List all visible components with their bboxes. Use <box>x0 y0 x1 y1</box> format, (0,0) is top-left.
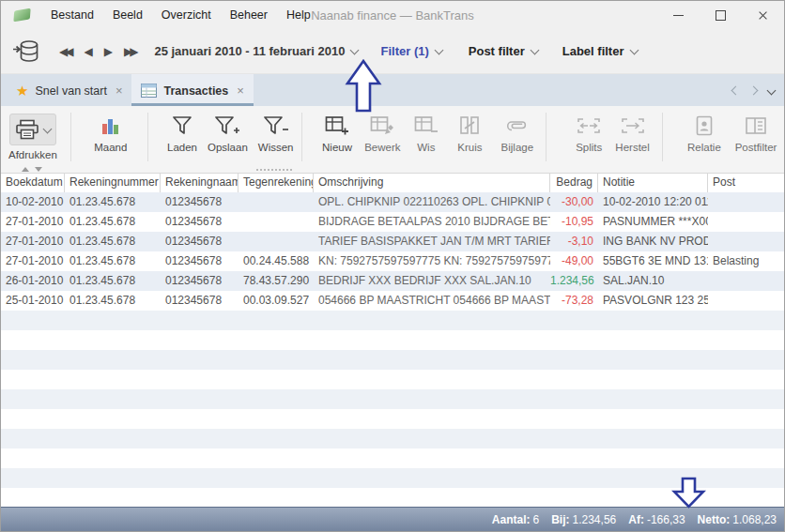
filter-dropdown[interactable]: Filter (1) <box>380 44 441 58</box>
toolbar-item-label: Laden <box>167 142 197 153</box>
table-row[interactable]: 25-01-2010 01.23.45.678 012345678 00.03.… <box>1 291 784 311</box>
toolbar-item-label: Wissen <box>258 142 294 153</box>
cell-omschrijving: KN: 7592757597597775 KN: 759275759759777… <box>314 251 550 271</box>
column-header-bedrag[interactable]: Bedrag <box>550 174 598 192</box>
cell-rekeningnummer: 01.23.45.678 <box>65 212 161 232</box>
filter-funnel-icon <box>171 114 193 138</box>
menu-beheer[interactable]: Beheer <box>221 1 277 29</box>
wissen-button[interactable]: Wissen <box>254 106 299 153</box>
cell-post <box>708 192 784 212</box>
laden-button[interactable]: Laden <box>162 106 203 153</box>
toolbar-item-label: Bijlage <box>501 142 534 153</box>
toolbar-item-label: Relatie <box>687 142 721 153</box>
menu-bar: Bestand Beeld Overzicht Beheer Help <box>41 1 320 29</box>
bijlage-button[interactable]: Bijlage <box>494 106 541 153</box>
chevron-down-icon <box>42 124 52 133</box>
go-next-button[interactable]: ▶ <box>104 46 113 57</box>
tab-transacties[interactable]: Transacties × <box>131 74 253 107</box>
tab-list-dropdown-icon[interactable] <box>767 86 777 96</box>
cell-boekdatum: 27-01-2010 <box>1 251 65 271</box>
column-header-boekdatum[interactable]: Boekdatum <box>1 174 65 192</box>
label-filter-dropdown[interactable]: Label filter <box>562 44 638 58</box>
cell-notitie: ING BANK NV PROD... <box>598 232 708 251</box>
toolbar-item-label: Postfilter <box>735 142 777 153</box>
menu-beeld[interactable]: Beeld <box>103 1 152 29</box>
table-row[interactable]: 26-01-2010 01.23.45.678 012345678 78.43.… <box>1 271 784 291</box>
tab-close-icon[interactable]: × <box>115 84 123 98</box>
column-header-notitie[interactable]: Notitie <box>598 174 708 192</box>
status-netto: Netto:1.068,23 <box>698 513 777 526</box>
cell-notitie: 55BGT6 3E MND 1311... <box>598 251 708 271</box>
status-bij: Bij:1.234,56 <box>551 513 616 526</box>
tab-bar: ★ Snel van start × Transacties × <box>1 73 784 107</box>
column-header-rekeningnaam[interactable]: Rekeningnaam <box>161 174 239 192</box>
cell-tegenrekening: 00.03.09.527 <box>239 291 314 311</box>
tab-close-icon[interactable]: × <box>237 84 244 98</box>
post-filter-dropdown[interactable]: Post filter <box>469 44 538 58</box>
cell-notitie: PASNUMMER ***X000... <box>598 212 708 232</box>
date-range-selector[interactable]: 25 januari 2010 - 11 februari 2010 <box>154 44 358 58</box>
table-icon <box>141 84 157 98</box>
table-minus-icon <box>414 114 439 138</box>
column-header-tegenrekening[interactable]: Tegenrekening <box>239 174 314 192</box>
cell-rekeningnaam: 012345678 <box>161 212 239 232</box>
column-header-rekeningnummer[interactable]: Rekeningnummer <box>65 174 161 192</box>
filter-label: Filter (1) <box>380 44 428 58</box>
cell-omschrijving: TARIEF BASISPAKKET JAN T/M MRT TARIEF... <box>314 232 550 251</box>
cell-boekdatum: 26-01-2010 <box>1 271 65 291</box>
opslaan-button[interactable]: Opslaan <box>204 106 251 153</box>
splits-button[interactable]: Splits <box>569 106 609 153</box>
go-first-button[interactable]: ◀◀ <box>59 46 70 57</box>
app-logo-icon <box>13 8 30 23</box>
empty-rows-area <box>1 311 784 507</box>
toolbar-item-label: Wis <box>417 142 435 153</box>
nieuw-button[interactable]: Nieuw <box>316 106 359 153</box>
column-header-post[interactable]: Post <box>708 174 784 192</box>
menu-help[interactable]: Help <box>277 1 320 29</box>
chevron-down-icon <box>629 46 639 55</box>
column-header-omschrijving[interactable]: Omschrijving <box>314 174 550 192</box>
paperclip-icon <box>505 114 530 138</box>
tab-scroll-left-icon[interactable] <box>731 86 741 96</box>
window-controls <box>657 1 784 29</box>
app-window: Bestand Beeld Overzicht Beheer Help Naan… <box>0 0 785 532</box>
wis-button[interactable]: Wis <box>409 106 442 153</box>
cell-tegenrekening <box>239 212 314 232</box>
collapse-up-icon[interactable] <box>22 167 29 172</box>
relatie-button[interactable]: Relatie <box>683 106 726 153</box>
minimize-button[interactable] <box>657 1 700 29</box>
bar-chart-icon <box>100 114 122 138</box>
postfilter-button[interactable]: Postfilter <box>728 106 784 153</box>
maand-button[interactable]: Maand <box>84 106 138 153</box>
go-last-button[interactable]: ▶▶ <box>124 46 135 57</box>
cell-rekeningnaam: 012345678 <box>161 232 239 251</box>
toolbar-splitter[interactable] <box>1 166 784 173</box>
table-row[interactable]: 10-02-2010 01.23.45.678 012345678 OPL. C… <box>1 192 784 212</box>
menu-bestand[interactable]: Bestand <box>41 1 103 29</box>
tab-scroll-right-icon[interactable] <box>749 86 759 96</box>
maximize-button[interactable] <box>700 1 742 29</box>
collapse-down-icon[interactable] <box>35 167 42 172</box>
cell-rekeningnummer: 01.23.45.678 <box>65 232 161 251</box>
cell-bedrag: -30,00 <box>550 192 598 212</box>
kruis-button[interactable]: Kruis <box>450 106 490 153</box>
split-icon <box>577 114 601 138</box>
table-row[interactable]: 27-01-2010 01.23.45.678 012345678 00.24.… <box>1 251 784 271</box>
go-previous-button[interactable]: ◀ <box>84 46 92 57</box>
cell-omschrijving: BEDRIJF XXX BEDRIJF XXX SAL.JAN.10 <box>314 271 550 291</box>
toolbar-item-label: Opslaan <box>208 142 248 153</box>
toolbar-item-label: Nieuw <box>322 142 352 153</box>
herstel-button[interactable]: Herstel <box>608 106 655 153</box>
table-row[interactable]: 27-01-2010 01.23.45.678 012345678 BIJDRA… <box>1 212 784 232</box>
restore-icon <box>621 114 645 138</box>
post-filter-label: Post filter <box>469 44 525 58</box>
database-import-icon[interactable] <box>12 38 40 65</box>
menu-overzicht[interactable]: Overzicht <box>152 1 221 29</box>
splitter-grip[interactable] <box>256 169 294 171</box>
bewerk-button[interactable]: Bewerk <box>359 106 406 153</box>
close-button[interactable] <box>742 1 784 29</box>
table-row[interactable]: 27-01-2010 01.23.45.678 012345678 TARIEF… <box>1 232 784 251</box>
cell-post <box>708 232 784 251</box>
afdrukken-button[interactable]: Afdrukken <box>8 106 57 160</box>
tab-snel-van-start[interactable]: ★ Snel van start × <box>7 74 131 107</box>
